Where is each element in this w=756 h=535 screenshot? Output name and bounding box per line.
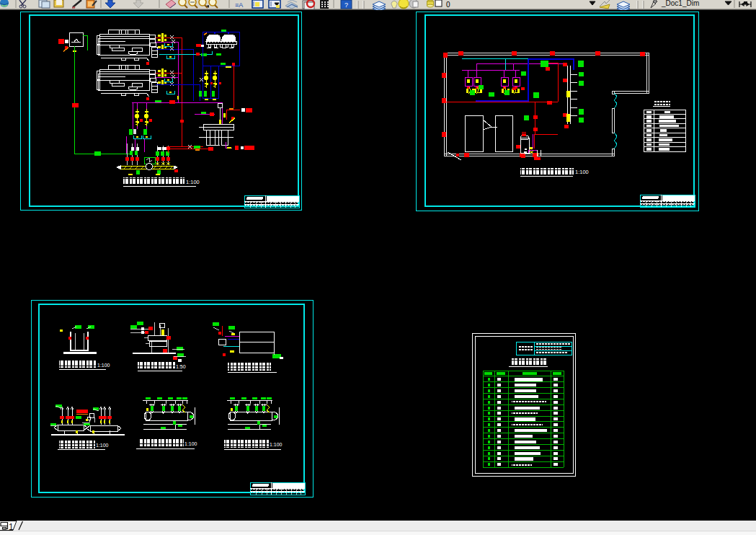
svg-text:1:100: 1:100 bbox=[184, 441, 197, 446]
svg-text:1:100: 1:100 bbox=[575, 169, 589, 175]
svg-text:1:100: 1:100 bbox=[97, 363, 110, 368]
svg-text:1:100: 1:100 bbox=[96, 443, 109, 448]
svg-text:≡A: ≡A bbox=[235, 1, 243, 9]
svg-text:0: 0 bbox=[446, 1, 450, 9]
svg-text:1:50: 1:50 bbox=[176, 364, 186, 369]
svg-text:_Doc1_Dim: _Doc1_Dim bbox=[661, 0, 699, 7]
svg-text:1:100: 1:100 bbox=[186, 179, 200, 185]
svg-text:1: 1 bbox=[9, 522, 14, 532]
svg-text:?: ? bbox=[344, 1, 348, 9]
svg-text:1:100: 1:100 bbox=[270, 442, 283, 447]
